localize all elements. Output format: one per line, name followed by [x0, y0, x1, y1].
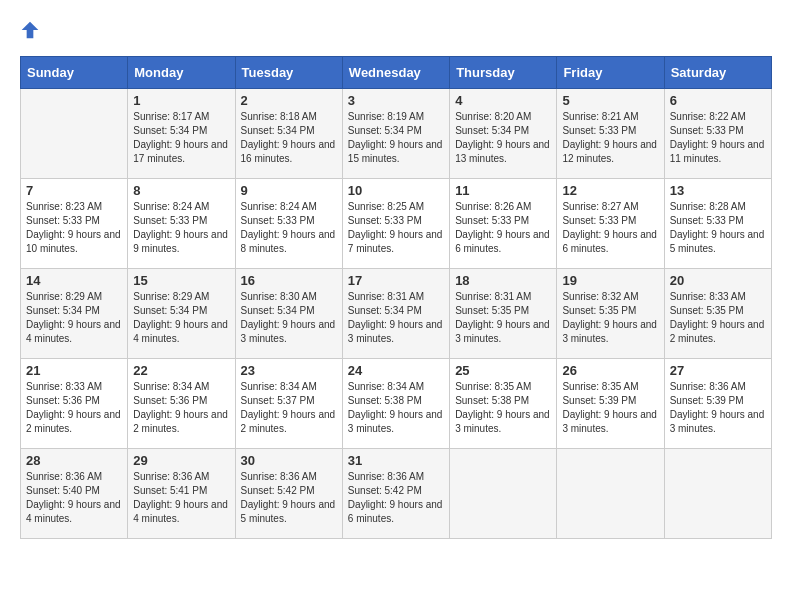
calendar-cell: 7Sunrise: 8:23 AM Sunset: 5:33 PM Daylig… [21, 179, 128, 269]
cell-info: Sunrise: 8:36 AM Sunset: 5:39 PM Dayligh… [670, 380, 766, 436]
calendar-cell: 20Sunrise: 8:33 AM Sunset: 5:35 PM Dayli… [664, 269, 771, 359]
cell-info: Sunrise: 8:27 AM Sunset: 5:33 PM Dayligh… [562, 200, 658, 256]
calendar-cell: 29Sunrise: 8:36 AM Sunset: 5:41 PM Dayli… [128, 449, 235, 539]
cell-info: Sunrise: 8:23 AM Sunset: 5:33 PM Dayligh… [26, 200, 122, 256]
cell-info: Sunrise: 8:31 AM Sunset: 5:34 PM Dayligh… [348, 290, 444, 346]
day-number: 22 [133, 363, 229, 378]
calendar-cell: 22Sunrise: 8:34 AM Sunset: 5:36 PM Dayli… [128, 359, 235, 449]
calendar-cell: 1Sunrise: 8:17 AM Sunset: 5:34 PM Daylig… [128, 89, 235, 179]
cell-info: Sunrise: 8:18 AM Sunset: 5:34 PM Dayligh… [241, 110, 337, 166]
weekday-row: SundayMondayTuesdayWednesdayThursdayFrid… [21, 57, 772, 89]
calendar-cell: 3Sunrise: 8:19 AM Sunset: 5:34 PM Daylig… [342, 89, 449, 179]
day-number: 12 [562, 183, 658, 198]
day-number: 25 [455, 363, 551, 378]
calendar-cell: 12Sunrise: 8:27 AM Sunset: 5:33 PM Dayli… [557, 179, 664, 269]
day-number: 26 [562, 363, 658, 378]
cell-info: Sunrise: 8:21 AM Sunset: 5:33 PM Dayligh… [562, 110, 658, 166]
day-number: 17 [348, 273, 444, 288]
weekday-header-thursday: Thursday [450, 57, 557, 89]
calendar-cell: 10Sunrise: 8:25 AM Sunset: 5:33 PM Dayli… [342, 179, 449, 269]
cell-info: Sunrise: 8:25 AM Sunset: 5:33 PM Dayligh… [348, 200, 444, 256]
calendar-cell: 30Sunrise: 8:36 AM Sunset: 5:42 PM Dayli… [235, 449, 342, 539]
cell-info: Sunrise: 8:26 AM Sunset: 5:33 PM Dayligh… [455, 200, 551, 256]
cell-info: Sunrise: 8:29 AM Sunset: 5:34 PM Dayligh… [133, 290, 229, 346]
weekday-header-wednesday: Wednesday [342, 57, 449, 89]
cell-info: Sunrise: 8:30 AM Sunset: 5:34 PM Dayligh… [241, 290, 337, 346]
calendar-cell [450, 449, 557, 539]
day-number: 31 [348, 453, 444, 468]
svg-marker-0 [22, 22, 39, 39]
calendar-week-3: 14Sunrise: 8:29 AM Sunset: 5:34 PM Dayli… [21, 269, 772, 359]
cell-info: Sunrise: 8:19 AM Sunset: 5:34 PM Dayligh… [348, 110, 444, 166]
calendar-body: 1Sunrise: 8:17 AM Sunset: 5:34 PM Daylig… [21, 89, 772, 539]
calendar-cell: 2Sunrise: 8:18 AM Sunset: 5:34 PM Daylig… [235, 89, 342, 179]
day-number: 11 [455, 183, 551, 198]
cell-info: Sunrise: 8:36 AM Sunset: 5:42 PM Dayligh… [241, 470, 337, 526]
calendar-cell: 25Sunrise: 8:35 AM Sunset: 5:38 PM Dayli… [450, 359, 557, 449]
weekday-header-friday: Friday [557, 57, 664, 89]
day-number: 19 [562, 273, 658, 288]
cell-info: Sunrise: 8:36 AM Sunset: 5:41 PM Dayligh… [133, 470, 229, 526]
calendar-cell: 28Sunrise: 8:36 AM Sunset: 5:40 PM Dayli… [21, 449, 128, 539]
calendar-cell [21, 89, 128, 179]
calendar-cell: 14Sunrise: 8:29 AM Sunset: 5:34 PM Dayli… [21, 269, 128, 359]
calendar-cell [664, 449, 771, 539]
calendar-week-1: 1Sunrise: 8:17 AM Sunset: 5:34 PM Daylig… [21, 89, 772, 179]
calendar-table: SundayMondayTuesdayWednesdayThursdayFrid… [20, 56, 772, 539]
cell-info: Sunrise: 8:34 AM Sunset: 5:37 PM Dayligh… [241, 380, 337, 436]
calendar-cell [557, 449, 664, 539]
day-number: 6 [670, 93, 766, 108]
cell-info: Sunrise: 8:34 AM Sunset: 5:38 PM Dayligh… [348, 380, 444, 436]
day-number: 15 [133, 273, 229, 288]
logo [20, 20, 44, 40]
cell-info: Sunrise: 8:22 AM Sunset: 5:33 PM Dayligh… [670, 110, 766, 166]
day-number: 16 [241, 273, 337, 288]
cell-info: Sunrise: 8:24 AM Sunset: 5:33 PM Dayligh… [241, 200, 337, 256]
day-number: 13 [670, 183, 766, 198]
weekday-header-monday: Monday [128, 57, 235, 89]
calendar-cell: 4Sunrise: 8:20 AM Sunset: 5:34 PM Daylig… [450, 89, 557, 179]
calendar-cell: 11Sunrise: 8:26 AM Sunset: 5:33 PM Dayli… [450, 179, 557, 269]
cell-info: Sunrise: 8:33 AM Sunset: 5:36 PM Dayligh… [26, 380, 122, 436]
day-number: 29 [133, 453, 229, 468]
calendar-cell: 17Sunrise: 8:31 AM Sunset: 5:34 PM Dayli… [342, 269, 449, 359]
cell-info: Sunrise: 8:33 AM Sunset: 5:35 PM Dayligh… [670, 290, 766, 346]
day-number: 3 [348, 93, 444, 108]
day-number: 2 [241, 93, 337, 108]
day-number: 10 [348, 183, 444, 198]
day-number: 23 [241, 363, 337, 378]
day-number: 5 [562, 93, 658, 108]
day-number: 21 [26, 363, 122, 378]
calendar-cell: 23Sunrise: 8:34 AM Sunset: 5:37 PM Dayli… [235, 359, 342, 449]
cell-info: Sunrise: 8:29 AM Sunset: 5:34 PM Dayligh… [26, 290, 122, 346]
day-number: 28 [26, 453, 122, 468]
calendar-cell: 16Sunrise: 8:30 AM Sunset: 5:34 PM Dayli… [235, 269, 342, 359]
cell-info: Sunrise: 8:36 AM Sunset: 5:42 PM Dayligh… [348, 470, 444, 526]
cell-info: Sunrise: 8:24 AM Sunset: 5:33 PM Dayligh… [133, 200, 229, 256]
calendar-cell: 31Sunrise: 8:36 AM Sunset: 5:42 PM Dayli… [342, 449, 449, 539]
calendar-week-4: 21Sunrise: 8:33 AM Sunset: 5:36 PM Dayli… [21, 359, 772, 449]
calendar-cell: 18Sunrise: 8:31 AM Sunset: 5:35 PM Dayli… [450, 269, 557, 359]
calendar-cell: 24Sunrise: 8:34 AM Sunset: 5:38 PM Dayli… [342, 359, 449, 449]
cell-info: Sunrise: 8:31 AM Sunset: 5:35 PM Dayligh… [455, 290, 551, 346]
day-number: 7 [26, 183, 122, 198]
calendar-header: SundayMondayTuesdayWednesdayThursdayFrid… [21, 57, 772, 89]
cell-info: Sunrise: 8:35 AM Sunset: 5:38 PM Dayligh… [455, 380, 551, 436]
calendar-week-2: 7Sunrise: 8:23 AM Sunset: 5:33 PM Daylig… [21, 179, 772, 269]
calendar-cell: 5Sunrise: 8:21 AM Sunset: 5:33 PM Daylig… [557, 89, 664, 179]
day-number: 27 [670, 363, 766, 378]
page-header [20, 20, 772, 40]
day-number: 1 [133, 93, 229, 108]
day-number: 4 [455, 93, 551, 108]
calendar-cell: 27Sunrise: 8:36 AM Sunset: 5:39 PM Dayli… [664, 359, 771, 449]
weekday-header-saturday: Saturday [664, 57, 771, 89]
day-number: 18 [455, 273, 551, 288]
day-number: 9 [241, 183, 337, 198]
day-number: 20 [670, 273, 766, 288]
cell-info: Sunrise: 8:35 AM Sunset: 5:39 PM Dayligh… [562, 380, 658, 436]
calendar-cell: 21Sunrise: 8:33 AM Sunset: 5:36 PM Dayli… [21, 359, 128, 449]
cell-info: Sunrise: 8:28 AM Sunset: 5:33 PM Dayligh… [670, 200, 766, 256]
calendar-week-5: 28Sunrise: 8:36 AM Sunset: 5:40 PM Dayli… [21, 449, 772, 539]
weekday-header-tuesday: Tuesday [235, 57, 342, 89]
cell-info: Sunrise: 8:34 AM Sunset: 5:36 PM Dayligh… [133, 380, 229, 436]
